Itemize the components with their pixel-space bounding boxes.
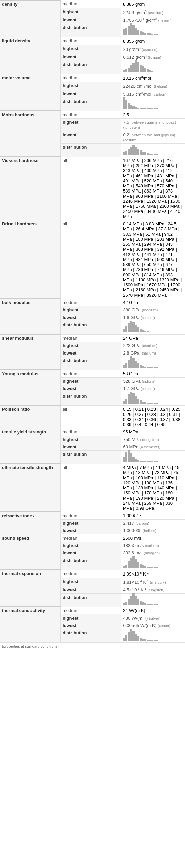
- bar-segment: [149, 403, 151, 404]
- bar-segment: [147, 331, 149, 332]
- bar-segment: [140, 601, 142, 605]
- bar-segment: [156, 604, 158, 605]
- bar-segment: [132, 393, 135, 404]
- row-label: lowest: [60, 586, 121, 593]
- value-text: 58 GPa: [123, 371, 138, 376]
- value-text: 5.315 cm3/mol (carbon): [123, 92, 166, 97]
- row-label: highest: [60, 118, 121, 131]
- bar-segment: [140, 150, 142, 155]
- row-value: 7.5 (between quartz and topaz) (tungsten…: [121, 118, 185, 131]
- value-text: 1.7 GPa (cesium): [123, 386, 155, 391]
- bar-segment: [147, 153, 149, 155]
- bar-segment: [149, 154, 151, 155]
- bar-segment: [147, 69, 149, 72]
- property-name-brinell-hardness: Brinell hardness: [0, 220, 60, 299]
- row-value: 2.8 GPa (thallium): [121, 349, 185, 357]
- row-label: lowest: [60, 90, 121, 98]
- value-text: 1.000817: [123, 513, 141, 518]
- row-value: 18350 m/s (carbon): [121, 542, 185, 549]
- bar-segment: [156, 34, 158, 35]
- bar-segment: [147, 604, 149, 605]
- distribution-chart: [123, 63, 183, 72]
- bar-segment: [123, 638, 125, 641]
- bar-segment: [135, 596, 137, 605]
- property-name-mohs-hardness: Mohs hardness: [0, 111, 60, 157]
- distribution-chart: [123, 100, 183, 109]
- value-text: 18350 m/s (carbon): [123, 543, 159, 548]
- row-value: 0.512 g/cm3 (lithium): [121, 53, 185, 61]
- bar-segment: [151, 367, 153, 368]
- bar-segment: [151, 154, 153, 155]
- row-value: 1.7 GPa (cesium): [121, 385, 185, 392]
- property-name-young's-modulus: Young's modulus: [0, 370, 60, 405]
- row-label: median: [60, 74, 121, 82]
- bar-segment: [140, 564, 142, 568]
- bar-segment: [144, 639, 146, 641]
- row-value: 8.355 g/cm3: [121, 37, 185, 45]
- row-value: 22.59 g/cm3 (osmium): [121, 8, 185, 16]
- bar-segment: [132, 556, 135, 568]
- row-value: 1.000817: [121, 512, 185, 519]
- bar-segment: [125, 363, 127, 368]
- bar-segment: [156, 332, 158, 332]
- row-value: 2.5: [121, 111, 185, 118]
- bar-segment: [144, 603, 146, 605]
- row-value: 60 MPa (4 elements): [121, 443, 185, 450]
- distribution-chart: [123, 145, 183, 155]
- row-label: highest: [60, 8, 121, 16]
- bar-segment: [130, 356, 132, 368]
- bar-segment: [123, 365, 125, 368]
- row-value: 24 W/(m K): [121, 607, 185, 614]
- bar-segment: [156, 640, 158, 641]
- bar-segment: [147, 403, 149, 404]
- bar-segment: [140, 461, 142, 462]
- property-name-sound-speed: sound speed: [0, 534, 60, 570]
- value-text: 1.09×10-5 K-1: [123, 571, 149, 577]
- bar-segment: [137, 636, 139, 641]
- property-name-poisson-ratio: Poisson ratio: [0, 405, 60, 428]
- value-text: 2.8 GPa (thallium): [123, 350, 156, 356]
- value-text: 4.5×10-6 K-1 (tungsten): [123, 587, 164, 592]
- row-value: 750 MPa (tungsten): [121, 436, 185, 443]
- bar-segment: [128, 394, 130, 404]
- row-value: 1.785×10-4 g/cm3 (helium): [121, 16, 185, 24]
- row-label: median: [60, 370, 121, 377]
- value-text: 0.512 g/cm3 (lithium): [123, 55, 161, 60]
- bar-segment: [151, 567, 153, 568]
- bar-segment: [140, 329, 142, 332]
- bar-segment: [123, 401, 125, 404]
- row-label: lowest: [60, 385, 121, 392]
- bar-segment: [144, 33, 146, 35]
- row-label: median: [60, 570, 121, 578]
- bar-segment: [154, 567, 156, 568]
- row-label: lowest: [60, 349, 121, 357]
- property-name-thermal-expansion: thermal expansion: [0, 570, 60, 607]
- row-label: lowest: [60, 16, 121, 24]
- bar-segment: [125, 326, 127, 332]
- bar-segment: [154, 604, 156, 605]
- bar-segment: [154, 461, 156, 462]
- bar-segment: [132, 106, 135, 109]
- value-text: 0.14 MPa | 8.83 MPa | 24.5 MPa | 26.4 MP…: [123, 221, 182, 298]
- row-value: [121, 629, 185, 642]
- row-label: all: [60, 220, 121, 299]
- row-label: distribution: [60, 61, 121, 74]
- row-label: highest: [60, 519, 121, 527]
- bar-segment: [128, 599, 130, 605]
- value-text: 528 GPa (iridium): [123, 379, 155, 384]
- bar-segment: [149, 604, 151, 605]
- row-label: all: [60, 157, 121, 220]
- row-label: distribution: [60, 24, 121, 37]
- bar-segment: [130, 23, 132, 35]
- bar-segment: [125, 151, 127, 155]
- bar-segment: [154, 640, 156, 641]
- row-label: lowest: [60, 443, 121, 450]
- bar-segment: [151, 403, 153, 404]
- row-value: 167 MPa | 206 MPa | 216 MPa | 251 MPa | …: [121, 157, 185, 220]
- bar-segment: [135, 559, 137, 568]
- value-text: 8.355 g/cm3: [123, 39, 146, 44]
- row-value: [121, 98, 185, 111]
- bar-segment: [128, 26, 130, 35]
- bar-segment: [147, 640, 149, 641]
- bar-segment: [130, 596, 132, 605]
